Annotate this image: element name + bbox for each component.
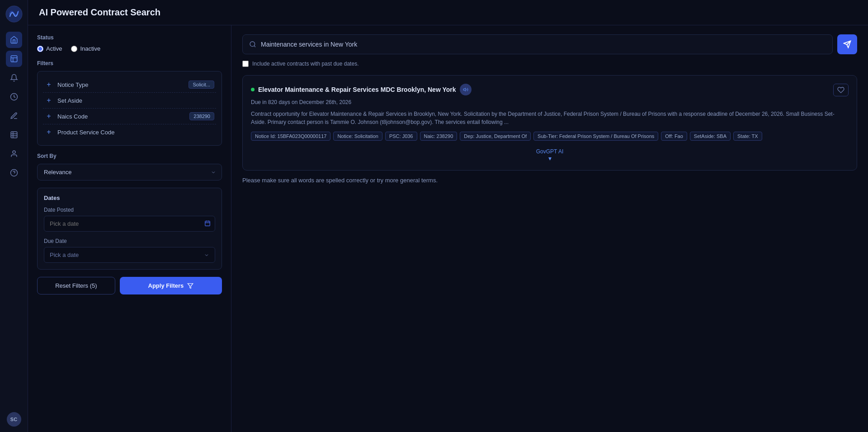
results-panel: Include active contracts with past due d… [231,25,868,432]
date-posted-label: Date Posted [44,207,215,213]
search-submit-button[interactable] [837,34,857,54]
past-due-label[interactable]: Include active contracts with past due d… [252,61,359,67]
result-tag: Notice Id: 15BFA023Q00000117 [251,132,330,141]
sort-select[interactable]: Relevance Date Posted Due Date Title [37,164,222,180]
filter-psc-label: Product Service Code [57,129,214,136]
search-icon [249,41,256,48]
search-bar [242,34,833,54]
plus-icon-psc: + [45,128,53,136]
user-avatar[interactable]: SC [7,412,21,427]
result-tag: PSC: J036 [385,132,417,141]
result-due-date: Due in 820 days on December 26th, 2026 [251,99,849,105]
filter-set-aside-label: Set Aside [57,97,214,104]
past-due-checkbox-row: Include active contracts with past due d… [242,61,857,67]
filters-label: Filters [37,60,222,66]
sidebar-item-notes[interactable] [6,108,22,124]
past-due-checkbox[interactable] [242,61,249,67]
svg-line-12 [254,46,255,47]
main-area: AI Powered Contract Search Status Active… [28,0,868,432]
speaker-icon [463,87,468,92]
result-title-row: Elevator Maintenance & Repair Services M… [251,84,472,95]
status-inactive-radio[interactable] [71,46,77,52]
page-header: AI Powered Contract Search [28,0,868,25]
due-date-label: Due Date [44,238,215,244]
filter-naics-code[interactable]: + Naics Code 238290 [43,109,216,124]
date-posted-wrap [44,216,215,232]
result-tag: State: TX [733,132,762,141]
result-tag: Naic: 238290 [420,132,458,141]
filter-notice-type-label: Notice Type [57,81,184,88]
filters-section: + Notice Type Solicit... + Set Aside + N… [37,71,222,146]
active-indicator [251,88,255,91]
svg-point-4 [13,151,15,153]
sidebar-item-reports[interactable] [6,127,22,143]
sidebar-item-history[interactable] [6,89,22,105]
filter-set-aside[interactable]: + Set Aside [43,93,216,109]
due-date-select[interactable]: Pick a date [44,247,215,263]
result-title: Elevator Maintenance & Repair Services M… [258,86,456,93]
plus-icon-notice: + [45,81,53,89]
filter-notice-type-tag: Solicit... [189,81,214,89]
status-radio-group: Active Inactive [37,45,222,52]
status-active-radio[interactable] [37,46,43,52]
sidebar-item-help[interactable] [6,165,22,181]
search-input[interactable] [261,36,826,53]
page-title: AI Powered Contract Search [39,7,857,18]
no-results-message: Please make sure all words are spelled c… [242,177,857,184]
status-inactive-label: Inactive [80,45,100,52]
calendar-icon [204,220,211,228]
result-tag: Dep: Justice, Department Of [460,132,531,141]
sidebar-item-notifications[interactable] [6,70,22,86]
filter-naics-label: Naics Code [57,113,185,120]
plus-icon-set-aside: + [45,96,53,104]
filter-product-service-code[interactable]: + Product Service Code [43,124,216,140]
status-inactive-option[interactable]: Inactive [71,45,100,52]
status-active-label: Active [46,45,62,52]
svg-rect-1 [11,56,17,62]
result-description: Contract opportunity for Elevator Mainte… [251,110,849,126]
sidebar-item-home[interactable] [6,32,22,48]
app-logo [5,5,23,23]
svg-marker-10 [188,283,193,288]
govgpt-chevron-icon[interactable]: ▾ [251,155,849,162]
svg-rect-3 [11,132,17,138]
svg-marker-15 [463,88,466,91]
sort-section: Sort By Relevance Date Posted Due Date T… [37,153,222,180]
result-header: Elevator Maintenance & Repair Services M… [251,84,849,96]
svg-point-11 [250,42,255,47]
dates-section: Dates Date Posted Due Date Pick a date [37,188,222,270]
filter-icon [187,283,193,289]
sidebar-item-contracts[interactable] [6,51,22,67]
search-wrap [242,34,857,54]
sidebar-item-users[interactable] [6,146,22,162]
reset-filters-button[interactable]: Reset Filters (5) [37,277,115,294]
apply-filters-label: Apply Filters [148,282,184,289]
status-label: Status [37,34,222,41]
dates-title: Dates [44,195,215,201]
status-active-option[interactable]: Active [37,45,62,52]
result-tags-row: Notice Id: 15BFA023Q00000117Notice: Soli… [251,132,849,141]
filter-naics-tag: 238290 [189,112,214,120]
govgpt-label[interactable]: GovGPT AI [536,148,563,155]
result-card: Elevator Maintenance & Repair Services M… [242,75,857,171]
sidebar: SC [0,0,28,432]
heart-icon [837,86,844,94]
result-tag: Sub-Tier: Federal Prison System / Bureau… [533,132,658,141]
action-row: Reset Filters (5) Apply Filters [37,277,222,294]
sort-label: Sort By [37,153,222,159]
result-tag: SetAside: SBA [690,132,731,141]
plus-icon-naics: + [45,112,53,120]
favorite-button[interactable] [833,84,849,96]
result-tag: Off: Fao [661,132,687,141]
audio-button[interactable] [460,84,472,95]
filter-notice-type[interactable]: + Notice Type Solicit... [43,77,216,93]
date-posted-input[interactable] [44,216,215,232]
svg-rect-6 [205,221,210,226]
send-icon [843,40,851,48]
result-tag: Notice: Solicitation [333,132,382,141]
apply-filters-button[interactable]: Apply Filters [120,277,222,294]
filter-panel: Status Active Inactive Filters + Notice … [28,25,231,432]
govgpt-row: GovGPT AI ▾ [251,145,849,162]
content-area: Status Active Inactive Filters + Notice … [28,25,868,432]
